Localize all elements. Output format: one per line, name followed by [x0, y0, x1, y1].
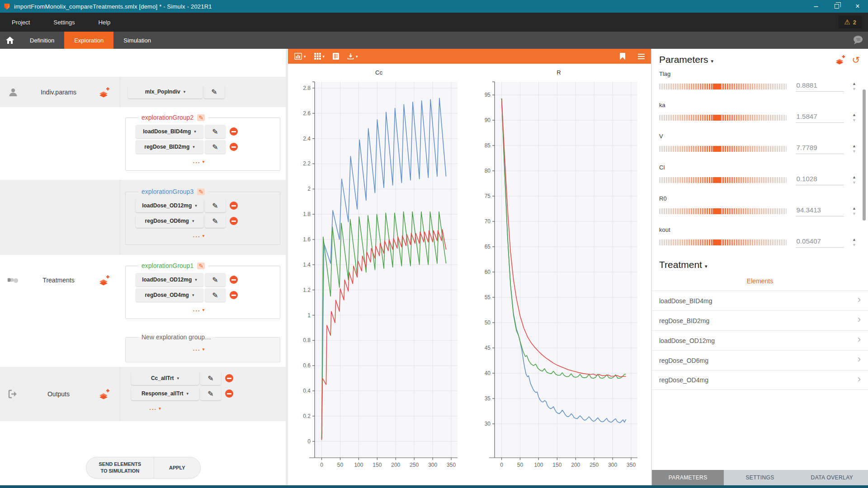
v-value-field[interactable]: 7.7789: [796, 144, 844, 154]
remove-output-button[interactable]: [225, 389, 233, 398]
edit-dose-button[interactable]: ✎: [205, 273, 226, 286]
add-treatment-icon[interactable]: [98, 275, 110, 286]
warnings-indicator[interactable]: ⚠ 2: [839, 16, 862, 28]
increment-button[interactable]: ▲: [852, 176, 856, 178]
edit-dose-button[interactable]: ✎: [205, 125, 226, 138]
chart-r-plot[interactable]: 3035404550556065707580859095050100150200…: [469, 78, 641, 479]
decrement-button[interactable]: ▼: [852, 119, 856, 122]
decrement-button[interactable]: ▼: [852, 182, 856, 184]
dose-dropdown[interactable]: regDose_OD4mg ▾: [136, 288, 203, 302]
ka-slider[interactable]: [659, 115, 787, 121]
bookmark-icon[interactable]: [620, 53, 625, 60]
edit-output-button[interactable]: ✎: [200, 371, 221, 385]
increment-button[interactable]: ▲: [852, 83, 856, 85]
slider-handle[interactable]: [713, 146, 720, 152]
home-button[interactable]: [0, 32, 20, 49]
chart-cc-plot[interactable]: 00.20.40.60.811.21.41.61.822.22.42.62.80…: [289, 78, 461, 479]
r0-value-field[interactable]: 94.3413: [796, 206, 844, 216]
group-more-button[interactable]: ...▾: [136, 306, 262, 313]
remove-dose-button[interactable]: [230, 291, 238, 299]
element-loaddose-bid4mg[interactable]: loadDose_BID4mg ›: [652, 291, 868, 310]
remove-output-button[interactable]: [225, 374, 233, 382]
kout-value-field[interactable]: 0.05407: [796, 237, 844, 248]
decrement-button[interactable]: ▼: [852, 244, 856, 246]
increment-button[interactable]: ▲: [852, 114, 856, 116]
element-loaddose-od12mg[interactable]: loadDose_OD12mg ›: [652, 330, 868, 350]
add-output-icon[interactable]: [98, 389, 110, 399]
send-to-simulation-button[interactable]: SEND ELEMENTSTO SIMULATION: [86, 457, 154, 478]
treatment-section-header[interactable]: Treatment▾: [659, 259, 707, 270]
feedback-button[interactable]: [852, 32, 863, 49]
decrement-button[interactable]: ▼: [852, 213, 856, 215]
dose-dropdown[interactable]: regDose_OD6mg ▾: [136, 214, 203, 228]
reset-parameters-icon[interactable]: ↺: [852, 55, 860, 65]
new-group-more-button[interactable]: ...▾: [136, 345, 262, 352]
decrement-button[interactable]: ▼: [852, 150, 856, 153]
edit-output-button[interactable]: ✎: [200, 387, 221, 400]
plot-menu-icon[interactable]: [638, 52, 645, 61]
parameters-scrollbar[interactable]: [863, 89, 866, 221]
new-exploration-group[interactable]: New exploration group… ...▾: [125, 333, 280, 362]
dose-dropdown[interactable]: loadDose_BID4mg ▾: [136, 125, 203, 138]
group-more-button[interactable]: ...▾: [136, 158, 262, 164]
plot-type-button[interactable]: ▾: [294, 53, 306, 60]
dose-dropdown[interactable]: loadDose_OD12mg ▾: [136, 273, 203, 286]
cl-value-field[interactable]: 0.1028: [796, 175, 844, 185]
kout-slider[interactable]: [659, 239, 787, 245]
edit-indiv-param-button[interactable]: ✎: [204, 85, 225, 99]
table-view-button[interactable]: [333, 53, 339, 60]
tab-exploration[interactable]: Exploration: [64, 32, 113, 49]
increment-button[interactable]: ▲: [852, 145, 856, 147]
restore-button[interactable]: [826, 0, 847, 13]
tab-definition[interactable]: Definition: [20, 32, 64, 49]
outputs-more-button[interactable]: ...▾: [131, 404, 179, 411]
dose-dropdown[interactable]: regDose_BID2mg ▾: [136, 140, 203, 154]
minimize-button[interactable]: –: [806, 0, 826, 13]
menu-help[interactable]: Help: [86, 13, 122, 32]
slider-handle[interactable]: [713, 84, 720, 89]
slider-handle[interactable]: [713, 177, 720, 183]
rename-group-icon[interactable]: ✎: [197, 188, 205, 195]
rename-group-icon[interactable]: ✎: [197, 263, 205, 269]
export-button[interactable]: ▾: [347, 53, 358, 60]
tab-parameters[interactable]: PARAMETERS: [652, 470, 724, 485]
cl-slider[interactable]: [659, 177, 787, 183]
edit-dose-button[interactable]: ✎: [205, 214, 226, 228]
apply-button[interactable]: APPLY: [154, 457, 200, 478]
dose-dropdown[interactable]: loadDose_OD12mg ▾: [136, 199, 203, 212]
indiv-param-dropdown[interactable]: mlx_PopIndiv ▾: [128, 85, 203, 99]
layout-button[interactable]: ▾: [314, 53, 325, 60]
element-regdose-bid2mg[interactable]: regDose_BID2mg ›: [652, 310, 868, 330]
output-dropdown[interactable]: Cc_allTrt ▾: [131, 371, 199, 385]
element-regdose-od4mg[interactable]: regDose_OD4mg ›: [652, 370, 868, 390]
output-dropdown[interactable]: Response_allTrt ▾: [131, 387, 199, 400]
tlag-slider[interactable]: [659, 84, 787, 89]
v-slider[interactable]: [659, 146, 787, 152]
tab-simulation[interactable]: Simulation: [113, 32, 161, 49]
decrement-button[interactable]: ▼: [852, 88, 856, 90]
remove-dose-button[interactable]: [230, 276, 238, 284]
remove-dose-button[interactable]: [230, 217, 238, 225]
increment-button[interactable]: ▲: [852, 239, 856, 241]
element-regdose-od6mg[interactable]: regDose_OD6mg ›: [652, 350, 868, 370]
close-button[interactable]: ×: [847, 0, 868, 13]
remove-dose-button[interactable]: [230, 202, 238, 210]
tab-settings[interactable]: SETTINGS: [724, 470, 796, 485]
edit-dose-button[interactable]: ✎: [205, 199, 226, 212]
slider-handle[interactable]: [713, 208, 720, 214]
increment-button[interactable]: ▲: [852, 207, 856, 210]
parameters-section-header[interactable]: Parameters▾: [659, 54, 713, 65]
slider-handle[interactable]: [713, 239, 720, 245]
remove-dose-button[interactable]: [230, 127, 238, 136]
slider-handle[interactable]: [713, 115, 720, 121]
menu-settings[interactable]: Settings: [42, 13, 86, 32]
menu-project[interactable]: Project: [0, 13, 42, 32]
edit-dose-button[interactable]: ✎: [205, 288, 226, 302]
add-indiv-param-icon[interactable]: [98, 87, 110, 98]
group-more-button[interactable]: ...▾: [136, 232, 262, 239]
tab-data-overlay[interactable]: DATA OVERLAY: [796, 470, 868, 485]
rename-group-icon[interactable]: ✎: [197, 114, 205, 121]
add-parameter-element-icon[interactable]: [835, 55, 845, 65]
remove-dose-button[interactable]: [230, 143, 238, 151]
edit-dose-button[interactable]: ✎: [205, 140, 226, 154]
